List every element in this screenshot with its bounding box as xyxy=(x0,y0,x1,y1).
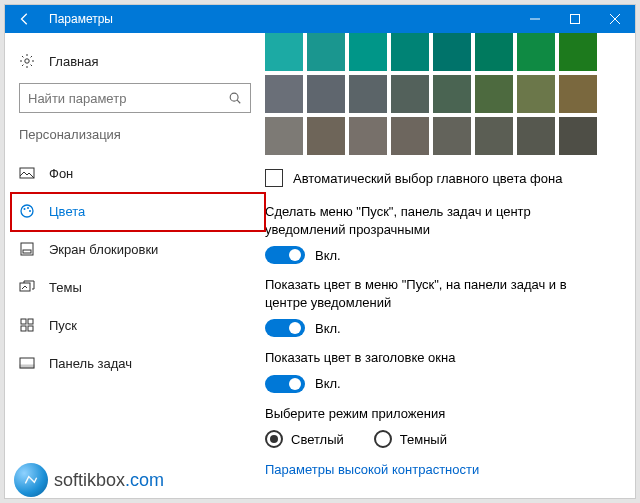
color-swatch[interactable] xyxy=(475,75,513,113)
color-palette xyxy=(265,33,627,155)
color-swatch[interactable] xyxy=(265,33,303,71)
color-swatch[interactable] xyxy=(433,117,471,155)
radio-icon xyxy=(265,430,283,448)
close-button[interactable] xyxy=(595,5,635,33)
color-swatch[interactable] xyxy=(391,33,429,71)
sidebar-item-label: Экран блокировки xyxy=(49,242,158,257)
svg-rect-11 xyxy=(21,319,26,324)
color-swatch[interactable] xyxy=(559,117,597,155)
search-input-wrapper[interactable] xyxy=(19,83,251,113)
svg-point-4 xyxy=(21,205,33,217)
color-swatch[interactable] xyxy=(349,33,387,71)
radio-icon xyxy=(374,430,392,448)
themes-icon xyxy=(19,279,35,295)
app-mode-dark-label: Темный xyxy=(400,432,447,447)
sidebar-item-background[interactable]: Фон xyxy=(5,154,265,192)
watermark-domain: .com xyxy=(125,470,164,490)
sidebar: Главная Персонализация Фон xyxy=(5,33,265,498)
color-swatch[interactable] xyxy=(475,33,513,71)
color-swatch[interactable] xyxy=(391,117,429,155)
sidebar-home[interactable]: Главная xyxy=(5,45,265,77)
maximize-button[interactable] xyxy=(555,5,595,33)
svg-point-1 xyxy=(25,59,29,63)
color-swatch[interactable] xyxy=(433,75,471,113)
svg-rect-12 xyxy=(28,319,33,324)
watermark-text: softikbox xyxy=(54,470,125,490)
minimize-button[interactable] xyxy=(515,5,555,33)
show-color-title-state: Вкл. xyxy=(315,376,341,391)
search-icon xyxy=(228,91,242,105)
color-swatch[interactable] xyxy=(391,75,429,113)
arrow-left-icon xyxy=(18,12,32,26)
palette-icon xyxy=(19,203,35,219)
high-contrast-link[interactable]: Параметры высокой контрастности xyxy=(265,462,627,477)
sidebar-item-taskbar[interactable]: Панель задач xyxy=(5,344,265,382)
lockscreen-icon xyxy=(19,241,35,257)
sidebar-home-label: Главная xyxy=(49,54,98,69)
search-input[interactable] xyxy=(28,91,228,106)
svg-rect-10 xyxy=(20,283,30,291)
sidebar-section-title: Персонализация xyxy=(5,127,265,154)
sidebar-item-lockscreen[interactable]: Экран блокировки xyxy=(5,230,265,268)
sidebar-item-colors[interactable]: Цвета xyxy=(5,192,265,230)
color-swatch[interactable] xyxy=(559,75,597,113)
close-icon xyxy=(610,14,620,24)
auto-color-row[interactable]: Автоматический выбор главного цвета фона xyxy=(265,169,627,187)
sidebar-item-label: Пуск xyxy=(49,318,77,333)
color-swatch[interactable] xyxy=(307,117,345,155)
picture-icon xyxy=(19,165,35,181)
sidebar-item-label: Панель задач xyxy=(49,356,132,371)
transparency-state: Вкл. xyxy=(315,248,341,263)
content-pane: Автоматический выбор главного цвета фона… xyxy=(265,33,635,498)
titlebar: Параметры xyxy=(5,5,635,33)
show-color-start-toggle[interactable] xyxy=(265,319,305,337)
window-title: Параметры xyxy=(45,12,515,26)
svg-rect-13 xyxy=(21,326,26,331)
transparency-label: Сделать меню "Пуск", панель задач и цент… xyxy=(265,203,627,238)
settings-window: Параметры Главная xyxy=(4,4,636,499)
svg-rect-14 xyxy=(28,326,33,331)
app-mode-light-label: Светлый xyxy=(291,432,344,447)
color-swatch[interactable] xyxy=(349,75,387,113)
color-swatch[interactable] xyxy=(517,117,555,155)
svg-rect-16 xyxy=(20,365,34,368)
auto-color-checkbox[interactable] xyxy=(265,169,283,187)
color-swatch[interactable] xyxy=(265,75,303,113)
sidebar-item-label: Темы xyxy=(49,280,82,295)
color-swatch[interactable] xyxy=(265,117,303,155)
minimize-icon xyxy=(530,14,540,24)
color-swatch[interactable] xyxy=(349,117,387,155)
sidebar-item-themes[interactable]: Темы xyxy=(5,268,265,306)
svg-point-7 xyxy=(29,210,31,212)
transparency-toggle[interactable] xyxy=(265,246,305,264)
svg-rect-0 xyxy=(571,15,580,24)
svg-point-2 xyxy=(230,93,238,101)
back-button[interactable] xyxy=(5,5,45,33)
svg-point-5 xyxy=(24,208,26,210)
watermark: softikbox.com xyxy=(14,463,164,497)
sidebar-item-label: Цвета xyxy=(49,204,85,219)
color-swatch[interactable] xyxy=(517,75,555,113)
color-swatch[interactable] xyxy=(517,33,555,71)
app-mode-dark[interactable]: Темный xyxy=(374,430,447,448)
svg-point-6 xyxy=(27,207,29,209)
logo-icon xyxy=(14,463,48,497)
maximize-icon xyxy=(570,14,580,24)
show-color-start-state: Вкл. xyxy=(315,321,341,336)
sidebar-item-label: Фон xyxy=(49,166,73,181)
gear-icon xyxy=(19,53,35,69)
color-swatch[interactable] xyxy=(307,33,345,71)
sidebar-item-start[interactable]: Пуск xyxy=(5,306,265,344)
taskbar-icon xyxy=(19,355,35,371)
app-mode-label: Выберите режим приложения xyxy=(265,405,627,423)
color-swatch[interactable] xyxy=(559,33,597,71)
app-mode-light[interactable]: Светлый xyxy=(265,430,344,448)
show-color-title-label: Показать цвет в заголовке окна xyxy=(265,349,627,367)
show-color-title-toggle[interactable] xyxy=(265,375,305,393)
show-color-start-label: Показать цвет в меню "Пуск", на панели з… xyxy=(265,276,627,311)
auto-color-label: Автоматический выбор главного цвета фона xyxy=(293,171,562,186)
color-swatch[interactable] xyxy=(475,117,513,155)
color-swatch[interactable] xyxy=(433,33,471,71)
color-swatch[interactable] xyxy=(307,75,345,113)
start-icon xyxy=(19,317,35,333)
